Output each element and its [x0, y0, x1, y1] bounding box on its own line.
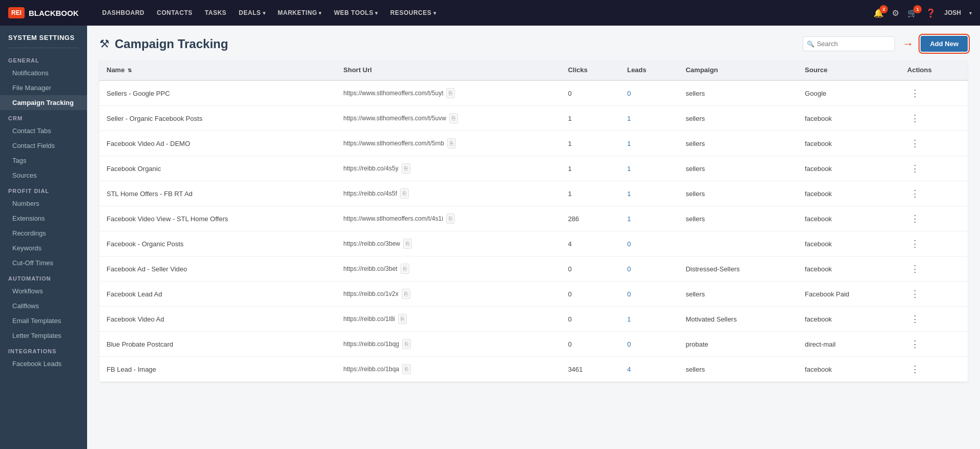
leads-link[interactable]: 1 — [627, 165, 631, 173]
cell-clicks: 0 — [561, 256, 620, 282]
cell-source: Facebook Paid — [798, 282, 900, 307]
leads-link[interactable]: 0 — [627, 265, 631, 273]
sidebar-item-workflows[interactable]: Workflows — [0, 284, 87, 298]
copy-url-icon[interactable]: ⎘ — [402, 289, 410, 299]
cell-leads: 4 — [620, 357, 678, 382]
sidebar-item-keywords[interactable]: Keywords — [0, 241, 87, 255]
cell-campaign: sellers — [678, 181, 798, 206]
sidebar-item-sources[interactable]: Sources — [0, 168, 87, 183]
main-content: ⚒ Campaign Tracking 🔍 → Add New Name — [87, 26, 980, 449]
sidebar-item-facebook-leads[interactable]: Facebook Leads — [0, 356, 87, 371]
nav-tasks[interactable]: TASKS — [200, 6, 232, 19]
nav-resources[interactable]: RESOURCES — [385, 6, 441, 19]
row-actions-button[interactable]: ⋮ — [907, 362, 923, 376]
cell-actions: ⋮ — [900, 156, 968, 181]
nav-deals[interactable]: DEALS — [234, 6, 270, 19]
copy-url-icon[interactable]: ⎘ — [402, 163, 410, 174]
search-input[interactable] — [803, 36, 895, 51]
cell-name: STL Home Offers - FB RT Ad — [99, 181, 336, 206]
row-actions-button[interactable]: ⋮ — [907, 212, 923, 225]
brand-name: BLACKBOOK — [29, 9, 79, 17]
copy-url-icon[interactable]: ⎘ — [400, 188, 409, 199]
nav-dashboard[interactable]: DASHBOARD — [97, 6, 150, 19]
campaign-table: Name ⇅ Short Url Clicks Leads Campaign S… — [99, 60, 968, 382]
cell-clicks: 1 — [561, 181, 620, 206]
url-text: https://reibb.co/4s5f — [343, 190, 397, 197]
sidebar-item-cut-off-times[interactable]: Cut-Off Times — [0, 255, 87, 270]
cell-short-url: https://reibb.co/1bqg ⎘ — [336, 332, 560, 357]
row-actions-button[interactable]: ⋮ — [907, 237, 923, 250]
sidebar-item-tags[interactable]: Tags — [0, 153, 87, 168]
sidebar-item-extensions[interactable]: Extensions — [0, 211, 87, 226]
cart-icon[interactable]: 🛒 1 — [907, 8, 918, 18]
cell-clicks: 1 — [561, 156, 620, 181]
sidebar-item-letter-templates[interactable]: Letter Templates — [0, 328, 87, 343]
notifications-icon[interactable]: 🔔 2 — [873, 8, 884, 18]
cell-leads: 1 — [620, 307, 678, 332]
copy-url-icon[interactable]: ⎘ — [401, 264, 409, 274]
copy-url-icon[interactable]: ⎘ — [449, 113, 458, 123]
row-actions-button[interactable]: ⋮ — [907, 312, 923, 326]
leads-link[interactable]: 0 — [627, 240, 631, 248]
row-actions-button[interactable]: ⋮ — [907, 287, 923, 301]
row-actions-button[interactable]: ⋮ — [907, 137, 923, 150]
cell-leads: 1 — [620, 131, 678, 156]
row-actions-button[interactable]: ⋮ — [907, 162, 923, 175]
sidebar-section-profit-dial: Profit Dial — [0, 183, 87, 196]
leads-link[interactable]: 1 — [627, 115, 631, 122]
sort-icon[interactable]: ⇅ — [128, 68, 132, 73]
nav-web-tools[interactable]: WEB TOOLS — [329, 6, 383, 19]
settings-icon[interactable]: ⚙ — [892, 8, 899, 18]
sidebar-title: SYSTEM SETTINGS — [0, 26, 87, 46]
add-new-button[interactable]: Add New — [921, 36, 968, 52]
leads-link[interactable]: 4 — [627, 366, 631, 373]
row-actions-button[interactable]: ⋮ — [907, 87, 923, 100]
leads-link[interactable]: 1 — [627, 215, 631, 223]
url-text: https://www.stlhomeoffers.com/t/5rnb — [343, 140, 444, 147]
copy-url-icon[interactable]: ⎘ — [402, 364, 411, 374]
sidebar-item-callflows[interactable]: Callflows — [0, 298, 87, 313]
sidebar-item-recordings[interactable]: Recordings — [0, 226, 87, 241]
cell-short-url: https://www.stlhomeoffers.com/t/5uyt ⎘ — [336, 80, 560, 106]
cell-source: facebook — [798, 106, 900, 131]
help-icon[interactable]: ❓ — [926, 8, 936, 18]
copy-url-icon[interactable]: ⎘ — [403, 239, 412, 249]
cell-clicks: 1 — [561, 106, 620, 131]
nav-marketing[interactable]: MARKETING — [273, 6, 327, 19]
page-title: Campaign Tracking — [115, 37, 228, 51]
sidebar-item-numbers[interactable]: Numbers — [0, 196, 87, 211]
leads-link[interactable]: 1 — [627, 315, 631, 323]
cell-campaign: Distressed-Sellers — [678, 256, 798, 282]
row-actions-button[interactable]: ⋮ — [907, 187, 923, 200]
cell-name: Blue Probate Postcard — [99, 332, 336, 357]
copy-url-icon[interactable]: ⎘ — [398, 314, 407, 324]
user-menu[interactable]: JOSH — [944, 9, 961, 16]
leads-link[interactable]: 0 — [627, 90, 631, 97]
cell-leads: 0 — [620, 332, 678, 357]
copy-url-icon[interactable]: ⎘ — [402, 339, 411, 349]
sidebar-item-campaign-tracking[interactable]: Campaign Tracking — [0, 95, 87, 110]
sidebar-item-contact-fields[interactable]: Contact Fields — [0, 138, 87, 153]
leads-link[interactable]: 0 — [627, 290, 631, 298]
cell-name: Facebook - Organic Posts — [99, 231, 336, 256]
sidebar-item-email-templates[interactable]: Email Templates — [0, 313, 87, 328]
sidebar-item-file-manager[interactable]: File Manager — [0, 80, 87, 95]
sidebar-item-contact-tabs[interactable]: Contact Tabs — [0, 123, 87, 138]
table-body: Sellers - Google PPC https://www.stlhome… — [99, 80, 968, 382]
cell-campaign: sellers — [678, 131, 798, 156]
nav-contacts[interactable]: CONTACTS — [152, 6, 198, 19]
copy-url-icon[interactable]: ⎘ — [447, 138, 456, 148]
copy-url-icon[interactable]: ⎘ — [446, 213, 455, 224]
copy-url-icon[interactable]: ⎘ — [446, 88, 455, 98]
leads-link[interactable]: 1 — [627, 190, 631, 198]
user-dropdown-arrow[interactable]: ▾ — [969, 10, 972, 16]
sidebar-item-notifications[interactable]: Notifications — [0, 66, 87, 80]
nav-links: DASHBOARD CONTACTS TASKS DEALS MARKETING… — [97, 6, 862, 19]
row-actions-button[interactable]: ⋮ — [907, 337, 923, 351]
row-actions-button[interactable]: ⋮ — [907, 262, 923, 275]
brand-logo-area[interactable]: REI BLACKBOOK — [8, 7, 79, 18]
row-actions-button[interactable]: ⋮ — [907, 112, 923, 125]
leads-link[interactable]: 0 — [627, 340, 631, 348]
leads-link[interactable]: 1 — [627, 140, 631, 147]
table-row: Facebook - Organic Posts https://reibb.c… — [99, 231, 968, 256]
